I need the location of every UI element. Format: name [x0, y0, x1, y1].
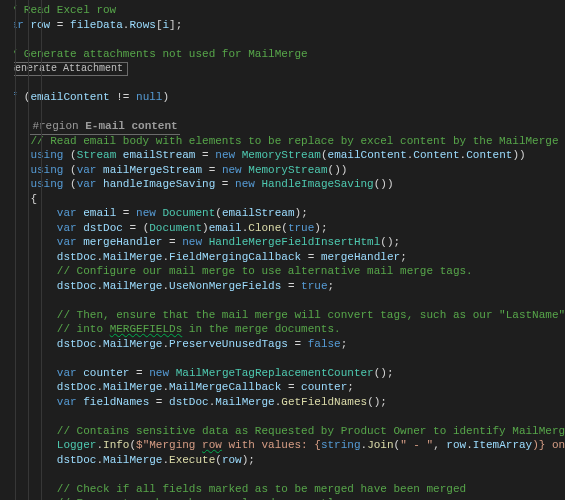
code-line[interactable]: // into MERGEFIELDs in the merge documen…	[0, 322, 565, 337]
comment: // into MERGEFIELDs in the merge documen…	[57, 323, 341, 335]
identifier: fileData	[70, 19, 123, 31]
prop: FieldMergingCallback	[169, 251, 301, 263]
keyword: true	[301, 280, 327, 292]
code-line[interactable]: Logger.Info($"Merging row with values: {…	[0, 438, 565, 453]
identifier: mergeHandler	[321, 251, 400, 263]
identifier: mergeHandler	[83, 236, 162, 248]
identifier: dstDoc	[57, 454, 97, 466]
identifier: email	[83, 207, 116, 219]
identifier: counter	[301, 381, 347, 393]
prop: Content	[413, 149, 459, 161]
blank-line	[0, 467, 565, 482]
prop: MailMerge	[103, 251, 162, 263]
code-line[interactable]: var fieldNames = dstDoc.MailMerge.GetFie…	[0, 395, 565, 410]
code-editor[interactable]: // Read Excel row var row = fileData.Row…	[0, 0, 565, 500]
identifier: fieldNames	[83, 396, 149, 408]
method: Execute	[169, 454, 215, 466]
code-line[interactable]: // Check if all fields marked as to be m…	[0, 482, 565, 497]
prop: UseNonMergeFields	[169, 280, 281, 292]
identifier: dstDoc	[169, 396, 209, 408]
code-line[interactable]: dstDoc.MailMerge.UseNonMergeFields = tru…	[0, 279, 565, 294]
type: MemoryStream	[248, 164, 327, 176]
identifier: email	[209, 222, 242, 234]
comment: // Check if all fields marked as to be m…	[57, 483, 466, 495]
method: GetFieldNames	[281, 396, 367, 408]
method: Clone	[248, 222, 281, 234]
comment: // Read email body with elements to be r…	[30, 135, 565, 147]
type: HandleMergeFieldInsertHtml	[209, 236, 381, 248]
code-line[interactable]: dstDoc.MailMerge.FieldMergingCallback = …	[0, 250, 565, 265]
code-line[interactable]: var row = fileData.Rows[i];	[0, 18, 565, 33]
blank-line	[0, 351, 565, 366]
identifier: dstDoc	[57, 280, 97, 292]
code-line[interactable]: var counter = new MailMergeTagReplacemen…	[0, 366, 565, 381]
comment: // Then, ensure that the mail merge will…	[57, 309, 565, 321]
code-line[interactable]: {	[0, 192, 565, 207]
code-line[interactable]: // Generate attachments not used for Mai…	[0, 47, 565, 62]
code-line[interactable]: using (var mailMergeStream = new MemoryS…	[0, 163, 565, 178]
blank-line	[0, 32, 565, 47]
identifier: dstDoc	[57, 338, 97, 350]
string: )} on item {	[532, 439, 565, 451]
identifier: dstDoc	[57, 381, 97, 393]
blank-line	[0, 293, 565, 308]
identifier: counter	[83, 367, 129, 379]
method: Join	[367, 439, 393, 451]
code-line[interactable]: dstDoc.MailMerge.MailMergeCallback = cou…	[0, 380, 565, 395]
prop: MailMerge	[103, 338, 162, 350]
identifier: emailStream	[123, 149, 196, 161]
code-line[interactable]: {	[0, 105, 565, 120]
method: Info	[103, 439, 129, 451]
code-line[interactable]: #region E-mail content	[0, 119, 565, 134]
type: Stream	[77, 149, 117, 161]
keyword: new	[136, 207, 156, 219]
blank-line	[0, 409, 565, 424]
prop: MailMerge	[103, 454, 162, 466]
comment: // Generate attachments not used for Mai…	[4, 48, 308, 60]
keyword: var	[57, 367, 77, 379]
code-line[interactable]: var dstDoc = (Document)email.Clone(true)…	[0, 221, 565, 236]
prop: ItemArray	[473, 439, 532, 451]
keyword: var	[57, 396, 77, 408]
code-line[interactable]: // Read Excel row	[0, 3, 565, 18]
code-line[interactable]: // Read email body with elements to be r…	[0, 134, 565, 149]
comment: // Configure our mail merge to use alter…	[57, 265, 473, 277]
prop: Rows	[129, 19, 155, 31]
code-line[interactable]: dstDoc.MailMerge.Execute(row);	[0, 453, 565, 468]
prop: PreserveUnusedTags	[169, 338, 288, 350]
type: Logger	[57, 439, 97, 451]
code-line[interactable]: // Configure our mail merge to use alter…	[0, 264, 565, 279]
code-line[interactable]: var mergeHandler = new HandleMergeFieldI…	[0, 235, 565, 250]
keyword: new	[149, 367, 169, 379]
indent-guide	[15, 0, 16, 500]
type: MemoryStream	[242, 149, 321, 161]
identifier: handleImageSaving	[103, 178, 215, 190]
code-line[interactable]: var email = new Document(emailStream);	[0, 206, 565, 221]
code-line[interactable]: using (var handleImageSaving = new Handl…	[0, 177, 565, 192]
identifier: emailStream	[222, 207, 295, 219]
keyword: new	[235, 178, 255, 190]
identifier: dstDoc	[83, 222, 123, 234]
region-directive[interactable]: #region E-mail content	[30, 119, 179, 135]
type: HandleImageSaving	[262, 178, 374, 190]
code-line[interactable]: // Contains sensitive data as Requested …	[0, 424, 565, 439]
keyword: using	[30, 178, 63, 190]
folded-region[interactable]: Generate Attachment	[4, 62, 128, 76]
prop: MailMerge	[103, 381, 162, 393]
code-line[interactable]: if (emailContent != null)	[0, 90, 565, 105]
code-line[interactable]: // Ensure tags have been replaced correc…	[0, 496, 565, 500]
keyword: using	[30, 149, 63, 161]
indent-guide	[28, 0, 29, 500]
keyword: null	[136, 91, 162, 103]
blank-line	[0, 76, 565, 91]
code-line[interactable]: // Then, ensure that the mail merge will…	[0, 308, 565, 323]
identifier: row	[222, 454, 242, 466]
prop: MailMerge	[215, 396, 274, 408]
code-line[interactable]: using (Stream emailStream = new MemorySt…	[0, 148, 565, 163]
keyword: var	[77, 164, 97, 176]
code-line[interactable]: Generate Attachment	[0, 61, 565, 76]
string: " - "	[400, 439, 433, 451]
keyword: var	[57, 222, 77, 234]
keyword: var	[77, 178, 97, 190]
code-line[interactable]: dstDoc.MailMerge.PreserveUnusedTags = fa…	[0, 337, 565, 352]
